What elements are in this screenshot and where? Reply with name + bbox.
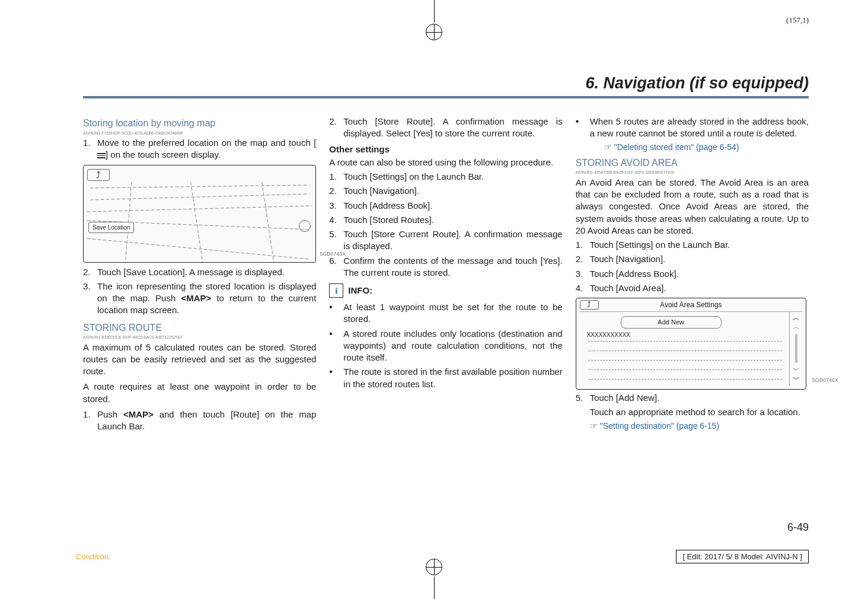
paragraph: A route requires at least one waypoint i…: [83, 381, 316, 405]
chapter-rule: [83, 96, 809, 98]
step-text: Move to the preferred location on the ma…: [97, 137, 316, 161]
guid-3: AIVINJN1-495A7589-BA25-41EF-82F6-33DEBDE…: [576, 170, 809, 175]
xref-icon: ☞: [604, 142, 612, 152]
heading-storing-avoid-area: STORING AVOID AREA: [576, 157, 809, 170]
bullet-text: At least 1 waypoint must be set for the …: [343, 301, 562, 326]
list-number: 2.: [329, 116, 343, 140]
add-new-button: Add New: [621, 316, 722, 329]
chapter-title: 6. Navigation (if so equipped): [585, 74, 809, 93]
info-label: INFO:: [348, 285, 372, 297]
xref-icon: ☞: [590, 421, 598, 431]
guid-2: AIVINJN1-B3907DCE-924F-48C0-BAC8-A067122…: [83, 334, 316, 340]
map-figure: ⤴ Save Location: [83, 165, 316, 263]
list-number: 6.: [329, 255, 343, 279]
list-number: 1.: [329, 171, 343, 183]
bullet-icon: •: [576, 116, 590, 153]
bullet-icon: •: [329, 301, 343, 326]
step-text: Touch [Store Current Route]. A confirmat…: [343, 228, 562, 253]
scroll-bottom-icon: ︾: [793, 375, 800, 384]
bullet-icon: •: [329, 366, 343, 390]
step-text: The icon representing the stored locatio…: [97, 281, 316, 317]
list-number: 5.: [576, 392, 590, 432]
list-number: 4.: [576, 282, 590, 294]
list-number: 5.: [329, 228, 343, 253]
list-number: 3.: [83, 281, 97, 317]
step-text: Touch [Navigation].: [590, 253, 809, 265]
guid-1: AIVINJN1-F725F4DF-5CDD-4070-ADB6-D4BF247…: [83, 130, 316, 136]
step-text: Touch [Navigation].: [343, 185, 562, 197]
info-box: i INFO:: [329, 283, 562, 298]
column-1: Storing location by moving map AIVINJN1-…: [83, 116, 316, 435]
page-number-bottom: 6-49: [787, 521, 809, 534]
bullet-text: A stored route includes only locations (…: [343, 328, 562, 364]
bullet-text: The route is stored in the first availab…: [343, 366, 562, 390]
list-number: 1.: [83, 409, 97, 433]
step-text: Touch [Address Book].: [590, 268, 809, 280]
list-item-placeholder: XXXXXXXXXXX: [587, 331, 630, 339]
screen-title: Avoid Area Settings: [580, 300, 802, 312]
avoid-area-screen-figure: ⤴ Avoid Area Settings Add New XXXXXXXXXX…: [576, 298, 806, 390]
step-text: Touch [Stored Routes].: [343, 214, 562, 226]
list-number: 3.: [329, 200, 343, 212]
figure-code-2: 5GB0746X: [812, 377, 838, 384]
column-2: 2.Touch [Store Route]. A confirmation me…: [329, 116, 562, 435]
list-number: 1.: [576, 239, 590, 251]
xref-link: "Deleting stored item" (page 6-54): [614, 142, 739, 152]
heading-other-settings: Other settings: [329, 144, 562, 155]
list-number: 3.: [576, 268, 590, 280]
location-marker-icon: [299, 220, 311, 232]
step-text: Touch [Settings] on the Launch Bar.: [343, 171, 562, 183]
bullet-text: When 5 routes are already stored in the …: [590, 116, 809, 153]
step-text: Touch [Store Route]. A confirmation mess…: [343, 116, 562, 140]
edit-info-box: [ Edit: 2017/ 5/ 8 Model: AIVINJ-N ]: [676, 550, 809, 563]
list-number: 2.: [576, 253, 590, 265]
step-text: Confirm the contents of the message and …: [343, 255, 562, 279]
xref-link: "Setting destination" (page 6-15): [600, 421, 719, 431]
page-number-top: (157,1): [786, 15, 809, 25]
figure-code-1: 5GB0745X: [320, 250, 346, 257]
heading-storing-route: STORING ROUTE: [83, 321, 316, 334]
list-number: 1.: [83, 137, 97, 161]
scroll-top-icon: ︽: [793, 313, 800, 322]
paragraph: A maximum of 5 calculated routes can be …: [83, 342, 316, 378]
step-text: Touch [Save Location]. A message is disp…: [97, 266, 316, 278]
list-number: 2.: [329, 185, 343, 197]
paragraph: A route can also be stored using the fol…: [329, 157, 562, 168]
list-number: 2.: [83, 266, 97, 278]
heading-storing-location: Storing location by moving map: [83, 117, 316, 130]
menu-icon: [97, 152, 106, 160]
step-text: Touch [Address Book].: [343, 200, 562, 212]
info-icon: i: [329, 283, 343, 298]
paragraph: An Avoid Area can be stored. The Avoid A…: [576, 177, 809, 237]
step-text: Push <MAP> and then touch [Route] on the…: [97, 409, 316, 433]
step-text: Touch [Settings] on the Launch Bar.: [590, 239, 809, 251]
column-3: • When 5 routes are already stored in th…: [576, 116, 809, 435]
condition-label: Condition:: [76, 552, 111, 561]
list-number: 4.: [329, 214, 343, 226]
step-text: Touch [Add New]. Touch an appropriate me…: [590, 392, 809, 432]
save-location-button: Save Location: [88, 222, 134, 234]
step-text: Touch [Avoid Area].: [590, 282, 809, 294]
scroll-up-icon: ︿: [793, 322, 800, 332]
back-icon: ⤴: [87, 169, 110, 181]
scrollbar: ︽ ︿ ﹀ ︾: [789, 311, 802, 385]
scroll-down-icon: ﹀: [793, 365, 800, 375]
bullet-icon: •: [329, 328, 343, 364]
